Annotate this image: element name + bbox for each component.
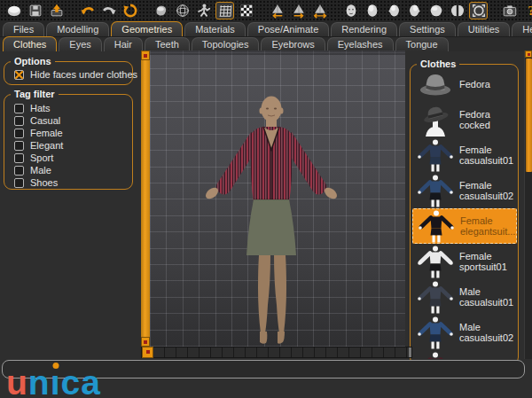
load-icon[interactable] bbox=[47, 2, 66, 20]
view-right-icon[interactable] bbox=[405, 2, 424, 20]
tag-filter-list: HatsCasualFemaleElegantSportMaleShoes bbox=[4, 95, 132, 189]
tag-label: Male bbox=[30, 165, 51, 176]
subtab-tongue[interactable]: Tongue bbox=[395, 37, 449, 51]
tag-label: Shoes bbox=[30, 177, 58, 188]
tab-modelling[interactable]: Modelling bbox=[46, 22, 109, 36]
clothes-item-label: Fedora cocked bbox=[459, 109, 514, 130]
hslider-handle[interactable] bbox=[142, 347, 153, 358]
view-back-icon[interactable] bbox=[363, 2, 381, 20]
subtab-topologies[interactable]: Topologies bbox=[192, 37, 260, 51]
clothes-item-fedora[interactable]: Fedora bbox=[412, 66, 517, 102]
clothes-thumbnail bbox=[415, 103, 456, 137]
subtab-eyebrows[interactable]: Eyebrows bbox=[261, 37, 325, 51]
reset-icon[interactable] bbox=[121, 2, 139, 20]
toolbar: ? bbox=[0, 0, 532, 20]
scrollbar-thumb[interactable] bbox=[526, 59, 532, 172]
tab-help[interactable]: Help bbox=[512, 22, 532, 36]
checkbox-unchecked-icon bbox=[14, 178, 24, 188]
save-icon[interactable] bbox=[26, 2, 44, 20]
smooth-shading-icon[interactable] bbox=[152, 2, 170, 20]
scrollbar-cap[interactable] bbox=[525, 51, 532, 58]
watermark-letter: a bbox=[81, 365, 101, 398]
checkbox-checked-icon bbox=[14, 70, 24, 80]
tab-utilities[interactable]: Utilities bbox=[458, 22, 510, 36]
handle-dot-icon bbox=[528, 53, 530, 56]
clothes-thumbnail bbox=[415, 280, 456, 314]
screenshot-icon[interactable] bbox=[500, 2, 519, 20]
handle-dot-icon bbox=[144, 54, 147, 58]
clothes-item-male-casualsuit02[interactable]: Male casualsuit02 bbox=[412, 315, 517, 350]
unica-watermark: unıca bbox=[6, 365, 101, 398]
checkbox-unchecked-icon bbox=[14, 166, 24, 176]
background-texture-icon[interactable] bbox=[237, 2, 255, 20]
tag-filter-title: Tag filter bbox=[11, 89, 59, 99]
wireframe-icon[interactable] bbox=[173, 2, 192, 20]
clothes-thumbnail bbox=[415, 316, 456, 349]
clothes-thumbnail bbox=[416, 209, 457, 243]
clothes-item-label: Female casualsuit01 bbox=[459, 144, 514, 166]
hide-faces-checkbox[interactable]: Hide faces under clothes bbox=[14, 68, 132, 81]
tag-checkbox-sport[interactable]: Sport bbox=[14, 152, 132, 164]
tag-checkbox-shoes[interactable]: Shoes bbox=[14, 176, 132, 189]
tag-checkbox-casual[interactable]: Casual bbox=[14, 114, 132, 127]
sub-tab-bar: ClothesEyesHairTeethTopologiesEyebrowsEy… bbox=[0, 36, 532, 51]
tab-files[interactable]: Files bbox=[3, 22, 44, 36]
checkbox-unchecked-icon bbox=[14, 116, 24, 126]
clothes-item-label: Male casualsuit02 bbox=[459, 322, 514, 343]
subtab-eyelashes[interactable]: Eyelashes bbox=[327, 37, 394, 51]
symmetry-right-icon[interactable] bbox=[289, 2, 308, 20]
clothes-item-label: Fedora bbox=[459, 79, 514, 90]
vslider-top-handle[interactable] bbox=[141, 51, 150, 60]
character-model bbox=[150, 51, 405, 347]
split-view-icon[interactable] bbox=[448, 2, 466, 20]
grid-icon[interactable] bbox=[215, 2, 234, 20]
redo-icon[interactable] bbox=[99, 2, 118, 20]
watermark-letter: c bbox=[61, 365, 82, 398]
hide-faces-label: Hide faces under clothes bbox=[30, 69, 137, 80]
tab-materials[interactable]: Materials bbox=[184, 22, 246, 36]
tag-checkbox-female[interactable]: Female bbox=[14, 127, 132, 139]
help-icon[interactable]: ? bbox=[521, 2, 532, 20]
svg-text:?: ? bbox=[528, 3, 532, 18]
tab-geometries[interactable]: Geometries bbox=[111, 21, 183, 36]
clothes-thumbnail bbox=[415, 174, 456, 207]
tab-settings[interactable]: Settings bbox=[399, 22, 456, 36]
subtab-clothes[interactable]: Clothes bbox=[3, 36, 57, 51]
viewport-vertical-slider[interactable] bbox=[141, 51, 150, 347]
view-front-icon[interactable] bbox=[341, 2, 360, 20]
view-top-icon[interactable] bbox=[426, 2, 445, 20]
checkbox-unchecked-icon bbox=[14, 141, 24, 151]
tag-checkbox-male[interactable]: Male bbox=[14, 164, 132, 176]
clothes-item-male-casualsuit01[interactable]: Male casualsuit01 bbox=[412, 279, 517, 315]
checkbox-unchecked-icon bbox=[14, 153, 24, 163]
symmetry-icon[interactable] bbox=[310, 2, 329, 20]
subtab-hair[interactable]: Hair bbox=[104, 37, 143, 51]
orbit-view-icon[interactable] bbox=[469, 2, 488, 20]
new-mesh-icon[interactable] bbox=[4, 2, 23, 20]
clothes-item-female-sportsuit01[interactable]: Female sportsuit01 bbox=[412, 244, 517, 279]
subtab-teeth[interactable]: Teeth bbox=[145, 37, 190, 51]
clothes-item-label: Female elegantsuit... bbox=[460, 215, 515, 237]
view-left-icon[interactable] bbox=[384, 2, 403, 20]
pose-mode-icon[interactable] bbox=[194, 2, 213, 20]
clothes-item-fedora-cocked[interactable]: Fedora cocked bbox=[412, 102, 517, 137]
handle-dot-icon bbox=[146, 350, 150, 354]
undo-icon[interactable] bbox=[78, 2, 97, 20]
tag-checkbox-elegant[interactable]: Elegant bbox=[14, 139, 132, 152]
clothes-item-male[interactable]: Male bbox=[412, 350, 517, 359]
3d-viewport[interactable] bbox=[150, 51, 405, 347]
clothes-thumbnail bbox=[415, 138, 456, 172]
viewport-horizontal-slider[interactable] bbox=[141, 347, 412, 358]
tab-pose-animate[interactable]: Pose/Animate bbox=[247, 22, 329, 36]
clothes-item-female-elegantsuit-[interactable]: Female elegantsuit... bbox=[412, 208, 517, 244]
clothes-item-female-casualsuit01[interactable]: Female casualsuit01 bbox=[412, 137, 517, 173]
handle-dot-icon bbox=[144, 340, 147, 344]
clothes-item-female-casualsuit02[interactable]: Female casualsuit02 bbox=[412, 173, 517, 208]
tab-rendering[interactable]: Rendering bbox=[331, 22, 397, 36]
symmetry-left-icon[interactable] bbox=[268, 2, 286, 20]
makehuman-window: ? FilesModellingGeometriesMaterialsPose/… bbox=[0, 0, 532, 398]
tag-checkbox-hats[interactable]: Hats bbox=[14, 102, 132, 114]
subtab-eyes[interactable]: Eyes bbox=[59, 37, 101, 51]
clothes-scrollbar[interactable] bbox=[524, 51, 532, 359]
vslider-bottom-handle[interactable] bbox=[141, 337, 150, 347]
